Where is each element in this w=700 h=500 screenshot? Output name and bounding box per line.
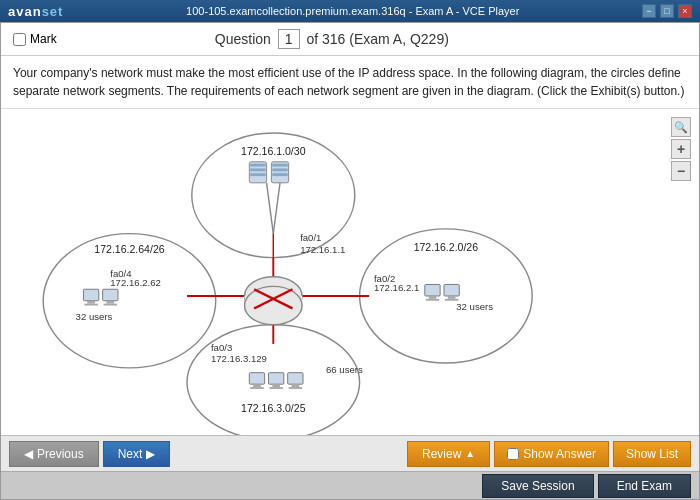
logo-avan: avan [8,4,42,19]
svg-rect-14 [250,164,265,167]
next-label: Next [118,447,143,461]
svg-line-22 [273,183,280,234]
svg-rect-16 [250,173,265,176]
svg-text:172.16.1.1: 172.16.1.1 [300,244,345,255]
zoom-in-button[interactable]: + [671,139,691,159]
maximize-button[interactable]: □ [660,4,674,18]
prev-label: Previous [37,447,84,461]
window-title: 100-105.examcollection.premium.exam.316q… [186,5,519,17]
diagram-area: 172.16.1.0/30 fa0/1 172.16.1.1 172.16.2.… [1,109,699,435]
svg-text:32 users: 32 users [76,311,113,322]
svg-rect-28 [87,301,95,304]
svg-line-21 [267,183,274,234]
end-exam-button[interactable]: End Exam [598,474,691,498]
svg-rect-30 [103,289,118,301]
next-button[interactable]: Next ▶ [103,441,171,467]
show-answer-checkbox[interactable] [507,448,519,460]
close-button[interactable]: × [678,4,692,18]
svg-rect-51 [272,384,280,387]
svg-rect-54 [292,384,300,387]
svg-rect-50 [269,373,284,385]
bottom-toolbar: ◀ Previous Next ▶ Review ▲ Show Answer S… [1,435,699,471]
svg-text:32 users: 32 users [456,301,493,312]
bottom-bar2: Save Session End Exam [1,471,699,499]
next-arrow-icon: ▶ [146,447,155,461]
svg-rect-47 [249,373,264,385]
svg-rect-41 [448,296,456,299]
svg-text:172.16.2.0/26: 172.16.2.0/26 [414,241,479,253]
svg-point-10 [245,286,303,324]
svg-rect-39 [426,299,439,301]
svg-text:fa0/3: fa0/3 [211,342,232,353]
svg-text:172.16.1.0/30: 172.16.1.0/30 [241,145,306,157]
previous-button[interactable]: ◀ Previous [9,441,99,467]
svg-text:66 users: 66 users [326,364,363,375]
svg-rect-38 [429,296,437,299]
svg-rect-37 [425,284,440,296]
zoom-out-button[interactable]: − [671,161,691,181]
question-num-box: 1 [278,29,300,49]
svg-text:172.16.2.1: 172.16.2.1 [374,282,419,293]
svg-text:172.16.2.62: 172.16.2.62 [110,277,161,288]
question-label: Question [215,31,271,47]
svg-rect-40 [444,284,459,296]
svg-rect-55 [289,387,302,389]
svg-text:172.16.2.64/26: 172.16.2.64/26 [94,243,164,255]
search-button[interactable]: 🔍 [671,117,691,137]
window-controls: − □ × [642,4,692,18]
svg-rect-31 [106,301,114,304]
minimize-button[interactable]: − [642,4,656,18]
question-total: of 316 (Exam A, Q229) [306,31,448,47]
svg-rect-19 [272,168,287,171]
svg-rect-20 [272,173,287,176]
save-session-button[interactable]: Save Session [482,474,593,498]
question-text: Your company's network must make the mos… [1,56,699,109]
mark-section: Mark [13,32,57,46]
svg-rect-15 [250,168,265,171]
svg-rect-18 [272,164,287,167]
main-window: Mark Question 1 of 316 (Exam A, Q229) Yo… [0,22,700,500]
svg-text:172.16.3.129: 172.16.3.129 [211,353,267,364]
svg-text:172.16.3.0/25: 172.16.3.0/25 [241,402,306,414]
svg-text:fa0/1: fa0/1 [300,232,321,243]
review-button[interactable]: Review ▲ [407,441,490,467]
question-header: Mark Question 1 of 316 (Exam A, Q229) [1,23,699,56]
mark-label: Mark [30,32,57,46]
svg-rect-49 [250,387,263,389]
mark-checkbox[interactable] [13,33,26,46]
logo-set: set [42,4,64,19]
review-arrow-icon: ▲ [465,448,475,459]
svg-rect-32 [104,304,117,306]
zoom-controls: 🔍 + − [671,117,691,181]
svg-rect-48 [253,384,261,387]
svg-rect-52 [269,387,282,389]
network-diagram: 172.16.1.0/30 fa0/1 172.16.1.1 172.16.2.… [1,109,699,435]
show-answer-button[interactable]: Show Answer [494,441,609,467]
title-bar: avanset 100-105.examcollection.premium.e… [0,0,700,22]
show-list-button[interactable]: Show List [613,441,691,467]
question-number: Question 1 of 316 (Exam A, Q229) [215,29,449,49]
review-label: Review [422,447,461,461]
svg-rect-53 [288,373,303,385]
app-logo: avanset [8,4,63,19]
show-list-label: Show List [626,447,678,461]
prev-arrow-icon: ◀ [24,447,33,461]
show-answer-label: Show Answer [523,447,596,461]
svg-rect-27 [83,289,98,301]
svg-rect-29 [84,304,97,306]
